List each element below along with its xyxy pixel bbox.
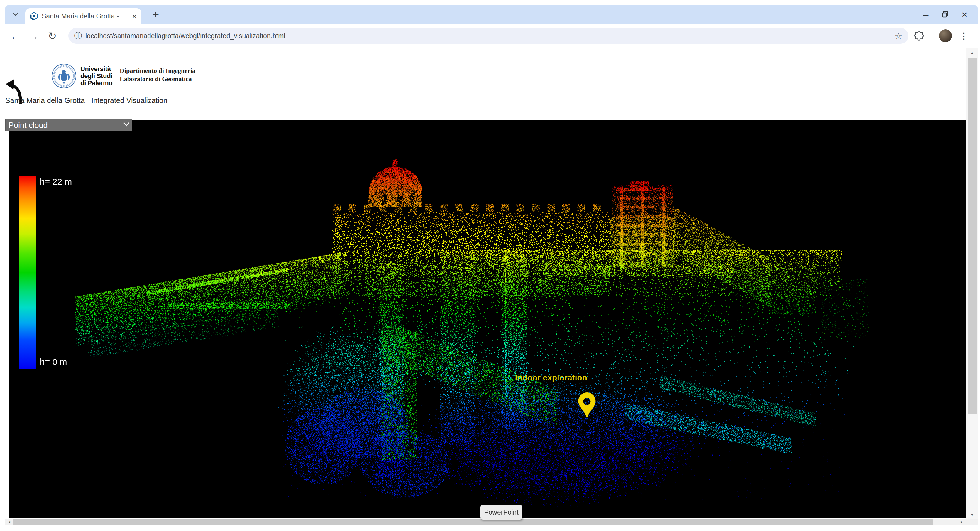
- tab-title: Santa Maria della Grotta - Integ: [41, 12, 121, 20]
- horizontal-scrollbar[interactable]: ◂ ▸: [5, 519, 966, 525]
- bookmark-star-icon[interactable]: ☆: [892, 30, 904, 42]
- url-text[interactable]: localhost/santamariadellagrotta/webgl/in…: [85, 32, 892, 40]
- viewer-mode-select[interactable]: Point cloud: [5, 119, 132, 131]
- page-title: Santa Maria della Grotta - Integrated Vi…: [5, 96, 167, 105]
- horizontal-scrollbar-thumb[interactable]: [13, 519, 933, 525]
- forward-button[interactable]: →: [27, 29, 40, 43]
- back-button[interactable]: ←: [9, 29, 22, 43]
- legend-min-label: h= 0 m: [40, 357, 67, 367]
- window-close-button[interactable]: ×: [955, 7, 974, 22]
- site-info-icon[interactable]: ⓘ: [73, 31, 83, 41]
- browser-window: Santa Maria della Grotta - Integ × + – ×…: [5, 5, 978, 526]
- address-bar[interactable]: ⓘ localhost/santamariadellagrotta/webgl/…: [68, 28, 908, 44]
- screenshot-root: Santa Maria della Grotta - Integ × + – ×…: [0, 0, 980, 531]
- chevron-down-icon: [13, 13, 19, 16]
- browser-toolbar: ← → ↻ ⓘ localhost/santamariadellagrotta/…: [5, 24, 978, 48]
- tab-close-button[interactable]: ×: [130, 12, 138, 20]
- university-name-line: Università: [80, 65, 112, 72]
- restore-icon: [941, 11, 949, 18]
- university-name-line: degli Studi: [80, 72, 112, 80]
- site-favicon-hexagon-icon: [30, 12, 38, 20]
- scrollbar-corner: [966, 519, 978, 525]
- indoor-exploration-label[interactable]: Indoor exploration: [515, 373, 587, 383]
- puzzle-icon: [913, 30, 924, 42]
- department-name-line: Dipartimento di Ingegneria: [120, 67, 196, 75]
- university-name-line: di Palermo: [80, 80, 112, 86]
- university-name: Università degli Studi di Palermo: [80, 65, 112, 86]
- tab-search-button[interactable]: [10, 9, 21, 20]
- window-minimize-button[interactable]: –: [916, 7, 935, 22]
- scroll-down-icon[interactable]: ▾: [966, 510, 978, 519]
- toolbar-separator: [932, 31, 932, 41]
- browser-tab[interactable]: Santa Maria della Grotta - Integ ×: [25, 8, 142, 24]
- browser-menu-button[interactable]: ⋮: [958, 29, 970, 43]
- legend-max-label: h= 22 m: [40, 177, 72, 187]
- scroll-up-icon[interactable]: ▴: [966, 48, 978, 57]
- profile-avatar[interactable]: [939, 29, 952, 42]
- map-pin-icon[interactable]: [578, 392, 596, 419]
- reload-button[interactable]: ↻: [46, 29, 59, 43]
- scroll-left-icon[interactable]: ◂: [5, 519, 13, 525]
- window-controls: – ×: [916, 5, 974, 24]
- vertical-scrollbar-thumb[interactable]: [968, 58, 977, 414]
- extensions-button[interactable]: [913, 30, 925, 42]
- scroll-right-icon[interactable]: ▸: [958, 519, 966, 525]
- university-seal-logo: [51, 64, 76, 89]
- web-page: Università degli Studi di Palermo Dipart…: [5, 48, 978, 526]
- department-name-line: Laboratorio di Geomatica: [120, 75, 196, 83]
- point-cloud-viewer: h= 22 m h= 0 m Indoor exploration PowerP…: [9, 120, 966, 518]
- department-name: Dipartimento di Ingegneria Laboratorio d…: [120, 67, 196, 83]
- vertical-scrollbar[interactable]: ▴ ▾: [966, 48, 978, 519]
- powerpoint-tooltip: PowerPoint: [480, 505, 522, 520]
- window-restore-button[interactable]: [935, 7, 955, 22]
- point-cloud-canvas[interactable]: [9, 120, 966, 518]
- new-tab-button[interactable]: +: [149, 8, 162, 21]
- browser-titlebar: Santa Maria della Grotta - Integ × + – ×: [5, 5, 978, 24]
- height-legend-bar: [19, 176, 36, 369]
